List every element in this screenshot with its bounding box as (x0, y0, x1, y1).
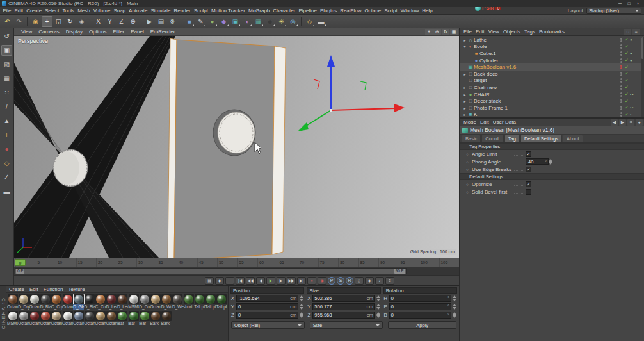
expander-icon[interactable]: ▸ (462, 38, 467, 42)
enabled-check-icon[interactable]: ✓ (624, 71, 630, 76)
keyframe-circle-icon[interactable]: ○ (466, 167, 472, 172)
object-tree-row[interactable]: ▸ □ Chair new ✓ (460, 84, 644, 91)
object-type-icon[interactable]: □ (467, 85, 474, 90)
object-tree-row[interactable]: □ target ✓ (460, 78, 644, 85)
menu-item[interactable]: Create (25, 8, 44, 13)
visibility-dots[interactable] (618, 112, 624, 117)
autokey-button[interactable]: ◉ (318, 277, 326, 285)
y-axis-arrow[interactable] (327, 55, 335, 110)
play-button[interactable]: ▶ (266, 277, 275, 285)
x-axis-arrow[interactable] (331, 104, 405, 112)
quantize-icon[interactable]: ∠ (1, 172, 12, 183)
value-spinner[interactable] (300, 304, 304, 310)
size-mode-select[interactable]: Size (310, 321, 383, 329)
material-item[interactable]: Tall plai (194, 294, 205, 310)
material-item[interactable]: short (183, 294, 194, 310)
polygons-mode-icon[interactable]: ▲ (1, 115, 12, 126)
attribute-tab[interactable]: Tag (504, 135, 520, 142)
prev-frame-button[interactable]: ◀ (256, 277, 265, 285)
modeling-button[interactable]: ◆ (218, 16, 229, 27)
menu-item[interactable]: Mesh (76, 8, 92, 13)
menu-item[interactable]: Tools (61, 8, 76, 13)
viewport-menu-item[interactable]: Filter (109, 29, 127, 35)
menu-item[interactable]: Volume (92, 8, 112, 13)
viewport-solo-icon[interactable]: ● (1, 144, 12, 154)
object-tree-row[interactable]: ▣ MeshBoolean v1.6 ✓ (460, 63, 644, 71)
menu-item[interactable]: Plugins (318, 8, 338, 13)
scale-tool-icon[interactable]: ◱ (53, 16, 64, 27)
toggle-view-icon[interactable]: ▦ (450, 29, 458, 35)
object-manager-menu-item[interactable]: Edit (474, 29, 487, 35)
object-tree-row[interactable]: ▸ □ Back deco ✓ (460, 71, 644, 78)
object-type-icon[interactable]: ∩ (467, 37, 474, 43)
enable-axis-icon[interactable]: + (1, 129, 12, 140)
timeline-playhead[interactable]: 0 (15, 259, 26, 266)
visibility-dots[interactable] (618, 85, 624, 90)
render-settings-button[interactable]: ⚙ (167, 16, 178, 27)
next-key-button[interactable]: ▶▶ (287, 277, 296, 285)
object-label[interactable]: Cylinder (479, 58, 618, 63)
property-checkbox[interactable] (526, 189, 531, 195)
attribute-tab[interactable]: Basic (462, 135, 481, 142)
search-icon[interactable]: ◌ (624, 29, 631, 35)
object-type-icon[interactable]: □ (467, 71, 474, 77)
render-view-button[interactable]: ▶ (144, 16, 155, 27)
section-header[interactable]: Default Settings (460, 173, 644, 180)
material-item[interactable]: D_Leath (106, 294, 117, 310)
transform-mode-select[interactable]: Object (Rel) (231, 321, 305, 329)
keyframe-circle-icon[interactable]: ○ (466, 152, 472, 156)
object-label[interactable]: K (474, 112, 618, 117)
redo-icon[interactable]: ↷ (13, 16, 24, 27)
goto-start-button[interactable]: |◀ (236, 277, 245, 285)
coordinate-system-button[interactable]: ⊕ (127, 16, 138, 27)
goto-end-button[interactable]: ▶| (297, 277, 306, 285)
menu-item[interactable]: Octane (363, 8, 383, 13)
y-axis-lock-button[interactable]: Y (104, 16, 115, 27)
viewport-perspective[interactable]: Perspective Grid Spacing : 100 cm (14, 36, 459, 258)
zoom-view-icon[interactable]: ⊕ (433, 29, 441, 35)
viewport-menu-item[interactable]: Cameras (35, 29, 62, 35)
value-spinner[interactable] (376, 304, 381, 310)
value-spinner[interactable] (376, 312, 381, 318)
visibility-dots[interactable] (618, 65, 624, 69)
fcurve-mode-icon[interactable]: ~ (225, 277, 234, 285)
menu-item[interactable]: Window (399, 8, 420, 13)
object-label[interactable]: Lathe (474, 37, 618, 43)
object-type-icon[interactable]: ■ (467, 112, 474, 117)
value-spinner[interactable] (300, 295, 304, 301)
viewport-menu-item[interactable]: Options (86, 29, 110, 35)
object-label[interactable]: Decor stack (474, 98, 618, 104)
enabled-check-icon[interactable]: ✓ (624, 58, 630, 63)
material-item[interactable]: Tall plai (205, 294, 216, 310)
menu-item[interactable]: Character (271, 8, 297, 13)
menu-item[interactable]: Snap (112, 8, 127, 13)
enabled-check-icon[interactable]: ✓ (624, 92, 630, 97)
material-item[interactable]: leaf (139, 311, 150, 326)
keyframe-circle-icon[interactable]: ○ (466, 160, 472, 164)
preview-range-track[interactable]: 0 F 90 F (15, 268, 407, 274)
menu-item[interactable]: Simulate (149, 8, 172, 13)
coordinate-value-field[interactable]: 0 cm (236, 312, 298, 319)
boolean-wall-object[interactable] (168, 38, 286, 258)
material-item[interactable]: D_Glass (73, 294, 84, 310)
attribute-tab[interactable]: Default Settings (520, 135, 562, 142)
object-label[interactable]: CHAIR (474, 92, 618, 97)
attribute-menu-item[interactable]: User Data (491, 119, 518, 125)
visibility-dots[interactable] (618, 78, 624, 83)
value-spinner[interactable] (453, 312, 457, 318)
object-label[interactable]: Cube.1 (479, 51, 618, 56)
object-type-icon[interactable]: ● (467, 92, 474, 97)
edges-mode-icon[interactable]: / (1, 101, 12, 112)
object-tree-row[interactable]: ▸ ∩ Lathe ✓ ● (460, 37, 644, 44)
layout-select[interactable]: Startup (User) (586, 8, 641, 14)
material-item[interactable]: Octane (73, 311, 84, 326)
maximize-button[interactable]: □ (625, 1, 633, 6)
menu-item[interactable]: Select (44, 8, 61, 13)
keyframe-selection-button[interactable]: ◆ (365, 277, 374, 285)
menu-item[interactable]: Sculpt (192, 8, 209, 13)
z-axis-arrow[interactable] (298, 110, 331, 131)
viewport-canvas[interactable] (14, 36, 459, 258)
object-type-icon[interactable]: ● (473, 58, 479, 63)
minimize-button[interactable]: ─ (616, 1, 624, 6)
sky-button[interactable]: ◎ (287, 16, 298, 27)
